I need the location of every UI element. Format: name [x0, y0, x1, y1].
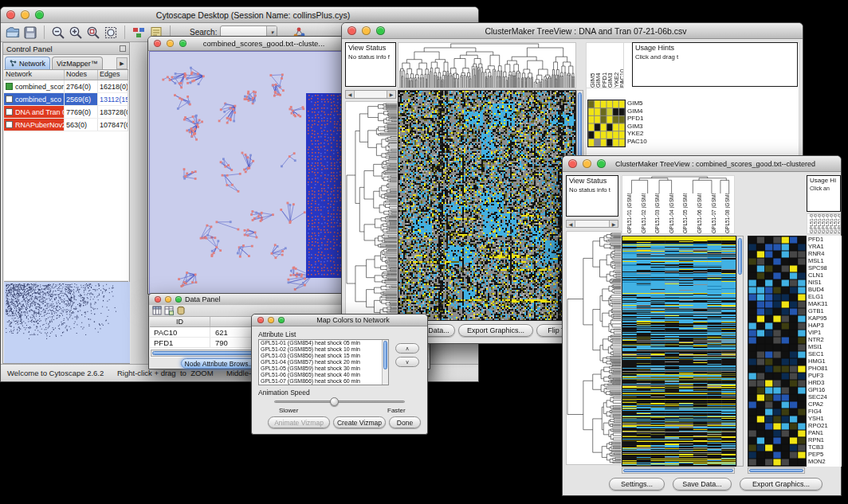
- scroll-track[interactable]: [575, 221, 610, 227]
- attribute-list-item[interactable]: GPL51-06 (GSM865) heat shock 40 min: [259, 372, 388, 378]
- minimize-button[interactable]: [268, 317, 274, 323]
- vizmapper-icon[interactable]: [132, 25, 146, 40]
- header-nodes[interactable]: Nodes: [65, 70, 98, 80]
- zoom-selected-icon[interactable]: [86, 25, 100, 40]
- zoom-button[interactable]: [179, 40, 186, 47]
- minimize-button[interactable]: [21, 10, 29, 19]
- attribute-list[interactable]: GPL51-01 (GSM854) heat shock 05 minGPL51…: [258, 339, 389, 385]
- attribute-list-item[interactable]: GPL51-04 (GSM857) heat shock 20 min: [259, 359, 388, 365]
- minimize-button[interactable]: [165, 296, 171, 303]
- treeview1-titlebar[interactable]: ClusterMaker TreeView : DNA and Tran 07-…: [342, 23, 803, 39]
- scroll-left-icon[interactable]: ◀: [567, 221, 575, 227]
- zoom-button[interactable]: [376, 26, 385, 35]
- attribute-list-item[interactable]: GPL51-02 (GSM855) heat shock 10 min: [259, 346, 388, 353]
- network-graph-canvas[interactable]: [150, 52, 351, 293]
- scroll-track[interactable]: [354, 91, 387, 98]
- close-button[interactable]: [568, 159, 577, 168]
- dendrogram-scrollbar[interactable]: ◀ ▶: [566, 220, 618, 228]
- done-button[interactable]: Done: [389, 416, 421, 428]
- attribute-batch-icon[interactable]: [176, 306, 186, 315]
- zoom-button[interactable]: [278, 317, 285, 323]
- zoom-column-label: PAC10: [618, 43, 624, 88]
- create-attribute-icon[interactable]: [164, 306, 174, 315]
- tab-overflow-icon[interactable]: ▶: [116, 57, 128, 69]
- row-dendrogram[interactable]: [345, 101, 398, 321]
- heatmap-canvas[interactable]: [398, 90, 576, 321]
- zoom-heatmap-canvas[interactable]: [587, 100, 626, 147]
- speed-slider-track[interactable]: [274, 400, 405, 403]
- dendrogram-scrollbar[interactable]: ◀ ▶: [345, 90, 396, 99]
- attribute-list-item[interactable]: GPL51-05 (GSM859) heat shock 30 min: [259, 365, 388, 372]
- list-vscrollbar[interactable]: [382, 340, 388, 385]
- scrollbar-thumb[interactable]: [623, 469, 733, 472]
- settings-button[interactable]: Settings...: [609, 478, 665, 490]
- heatmap-canvas[interactable]: [622, 236, 736, 467]
- animate-vizmap-button[interactable]: Animate Vizmap: [268, 416, 330, 428]
- speed-slider-thumb[interactable]: [330, 397, 339, 406]
- zoom-fit-icon[interactable]: [104, 25, 118, 40]
- scrollbar-thumb[interactable]: [578, 92, 582, 159]
- window-controls: [568, 159, 606, 168]
- column-dendrogram[interactable]: [622, 176, 735, 193]
- node-attribute-browser-button[interactable]: Node Attribute Brows...: [181, 358, 257, 369]
- move-up-button[interactable]: ∧: [395, 343, 419, 354]
- select-attributes-icon[interactable]: [152, 306, 162, 315]
- network-name-cell: DNA and Tran 0: [4, 106, 65, 118]
- save-session-icon[interactable]: [23, 25, 37, 40]
- scroll-right-icon[interactable]: ▶: [610, 221, 618, 227]
- float-panel-icon[interactable]: [120, 45, 126, 52]
- network-list-row[interactable]: RNAPuberNov2+563(0)107847(0): [4, 119, 128, 131]
- scrollbar-thumb[interactable]: [749, 469, 803, 472]
- zoom-out-icon[interactable]: [51, 25, 65, 40]
- open-session-icon[interactable]: [6, 25, 20, 40]
- heatmap-hscrollbar[interactable]: [622, 467, 735, 474]
- tab-network[interactable]: Network: [5, 57, 50, 69]
- export-graphics-button[interactable]: Export Graphics...: [740, 478, 822, 490]
- column-dendrogram[interactable]: [398, 42, 576, 88]
- scroll-left-icon[interactable]: ◀: [346, 91, 354, 98]
- network-overview-canvas[interactable]: [4, 282, 130, 363]
- minimize-button[interactable]: [362, 26, 371, 35]
- zoom-in-icon[interactable]: [69, 25, 83, 40]
- zoom-button[interactable]: [35, 10, 44, 19]
- move-down-button[interactable]: ∨: [395, 357, 419, 367]
- close-button[interactable]: [155, 296, 161, 303]
- network-view-titlebar[interactable]: combined_scores_good.txt--cluste...: [148, 37, 352, 51]
- close-button[interactable]: [257, 317, 264, 323]
- network-list-row[interactable]: DNA and Tran 07769(0)183728(0): [4, 106, 128, 119]
- scroll-right-icon[interactable]: ▶: [387, 91, 395, 98]
- scrollbar-thumb[interactable]: [738, 238, 742, 275]
- create-vizmap-button[interactable]: Create Vizmap: [333, 416, 386, 428]
- save-data-button[interactable]: Save Data...: [673, 478, 732, 490]
- usage-hints-text: Click and drag t: [635, 53, 795, 61]
- row-dendrogram[interactable]: [566, 231, 622, 465]
- treeview2-titlebar[interactable]: ClusterMaker TreeView : combined_scores_…: [563, 156, 841, 172]
- minimize-button[interactable]: [583, 159, 591, 168]
- main-titlebar[interactable]: Cytoscape Desktop (Session Name: collins…: [1, 7, 478, 23]
- header-network[interactable]: Network: [4, 70, 65, 80]
- network-list-row[interactable]: combined_scores2764(0)16218(0): [4, 80, 128, 93]
- network-overview-panel[interactable]: [4, 281, 128, 362]
- minimize-button[interactable]: [167, 40, 174, 47]
- attribute-list-item[interactable]: GPL51-07 (GSM866) heat shock 60 min: [259, 378, 388, 385]
- zoom-heatmap-canvas[interactable]: [748, 236, 807, 467]
- zoom-button[interactable]: [597, 159, 606, 168]
- close-button[interactable]: [6, 10, 15, 19]
- close-button[interactable]: [347, 26, 356, 35]
- zoom-button[interactable]: [175, 296, 182, 303]
- header-id[interactable]: ID: [150, 317, 210, 326]
- tab-vizmapper[interactable]: VizMapper™: [52, 57, 103, 69]
- attribute-list-item[interactable]: GPL51-03 (GSM856) heat shock 15 min: [259, 353, 388, 359]
- export-graphics-button[interactable]: Export Graphics...: [458, 324, 533, 337]
- gene-label-list: PFD1YRA1RNR4MSL1SPC98CLN1NIS1BUD4ELG1MAK…: [807, 236, 842, 467]
- network-nodes: 2569(6): [65, 93, 98, 105]
- scrollbar-thumb[interactable]: [383, 341, 387, 369]
- dialog-titlebar[interactable]: Map Colors to Network: [252, 315, 427, 326]
- network-list-row[interactable]: combined_sco2569(6)13112(15): [4, 93, 128, 106]
- heatmap-vscrollbar[interactable]: [736, 236, 744, 467]
- gene-label: CPA2: [807, 400, 842, 408]
- attribute-list-item[interactable]: GPL51-01 (GSM854) heat shock 05 min: [259, 340, 388, 346]
- close-button[interactable]: [154, 40, 161, 47]
- zoom-hscrollbar[interactable]: [748, 467, 805, 474]
- header-edges[interactable]: Edges: [98, 70, 128, 80]
